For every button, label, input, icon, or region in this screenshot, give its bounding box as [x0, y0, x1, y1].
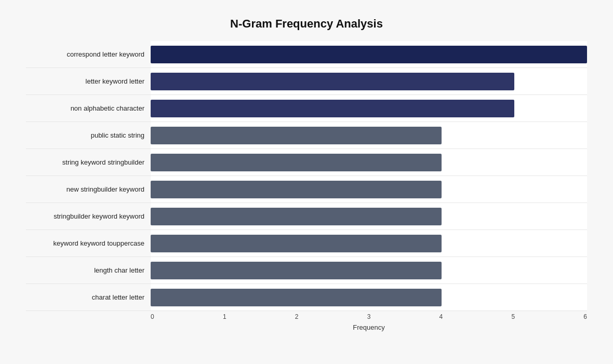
- bar: [151, 181, 442, 198]
- bar: [151, 262, 442, 279]
- chart-container: N-Gram Frequency Analysis correspond let…: [10, 7, 603, 357]
- x-tick: 5: [511, 313, 515, 320]
- x-tick: 3: [367, 313, 371, 320]
- x-tick: 0: [151, 313, 154, 320]
- bar-track: [151, 257, 587, 284]
- bar-track: [151, 203, 587, 230]
- bar-row: length char letter: [26, 257, 587, 284]
- bar-row: non alphabetic character: [26, 95, 587, 122]
- chart-title: N-Gram Frequency Analysis: [26, 17, 587, 31]
- bar-track: [151, 176, 587, 203]
- chart-area: correspond letter keywordletter keyword …: [26, 41, 587, 311]
- bar-label: stringbuilder keyword keyword: [26, 212, 151, 220]
- bar: [151, 73, 514, 90]
- bar-label: non alphabetic character: [26, 104, 151, 112]
- x-axis: 0123456: [151, 313, 587, 320]
- bar-label: letter keyword letter: [26, 77, 151, 85]
- bar-track: [151, 95, 587, 122]
- bar-label: charat letter letter: [26, 293, 151, 301]
- bar: [151, 100, 514, 117]
- bar-label: new stringbuilder keyword: [26, 185, 151, 193]
- bar-label: length char letter: [26, 266, 151, 274]
- bar-row: stringbuilder keyword keyword: [26, 203, 587, 230]
- bar-label: public static string: [26, 131, 151, 139]
- bar-track: [151, 68, 587, 95]
- bar-label: keyword keyword touppercase: [26, 239, 151, 247]
- bar-row: letter keyword letter: [26, 68, 587, 95]
- x-tick: 4: [439, 313, 443, 320]
- bar-row: string keyword stringbuilder: [26, 149, 587, 176]
- bar: [151, 46, 587, 63]
- x-axis-label: Frequency: [151, 323, 587, 331]
- bar: [151, 289, 442, 306]
- bar-label: string keyword stringbuilder: [26, 158, 151, 166]
- bar: [151, 154, 442, 171]
- bar: [151, 208, 442, 225]
- bar-row: new stringbuilder keyword: [26, 176, 587, 203]
- x-tick: 6: [583, 313, 587, 320]
- x-tick: 1: [223, 313, 226, 320]
- bar: [151, 127, 442, 144]
- bar-row: charat letter letter: [26, 284, 587, 311]
- bar-track: [151, 41, 587, 68]
- bar-label: correspond letter keyword: [26, 50, 151, 58]
- bar-row: correspond letter keyword: [26, 41, 587, 68]
- bar-track: [151, 149, 587, 176]
- bar-track: [151, 284, 587, 311]
- bar-track: [151, 230, 587, 257]
- bar: [151, 235, 442, 252]
- bar-row: public static string: [26, 122, 587, 149]
- x-axis-ticks: 0123456: [151, 313, 587, 320]
- x-tick: 2: [295, 313, 299, 320]
- bar-row: keyword keyword touppercase: [26, 230, 587, 257]
- bar-track: [151, 122, 587, 149]
